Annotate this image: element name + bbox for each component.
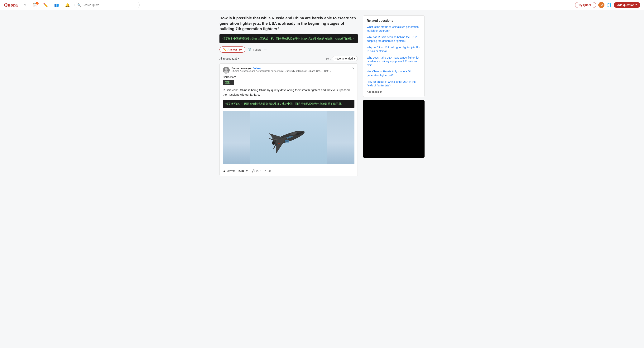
bell-icon[interactable]: 🔔 [64,2,72,8]
sidebar-column: Related questions What is the status of … [363,15,424,179]
author-name[interactable]: Rodra Hascaryo [232,67,251,70]
correction-tag: 更正： [223,80,234,85]
edit-icon[interactable]: ✏️ [42,2,50,8]
author-avatar [223,67,230,74]
add-related-question-link[interactable]: Add question [367,90,421,93]
related-questions-title: Related questions [367,19,421,22]
fighter-jet-image [223,110,354,164]
answer-count: 19 [239,48,242,51]
vote-bar: ▲ Upvote · 2.5K ▼ 💬 207 ↗ 20 ··· [223,167,354,173]
upvote-group[interactable]: ▲ Upvote · 2.5K ▼ [223,169,248,173]
main-container: How is it possible that while Russia and… [216,10,428,184]
header: Quora ⌂ 📋 1 ✏️ 👥 🔔 🔍 Try Quora+ RA 🌐 Add… [0,0,644,10]
user-avatar[interactable]: RA [598,2,604,8]
advertisement-box [363,100,424,158]
people-icon[interactable]: 👥 [52,2,60,8]
author-info: Rodra Hascaryo · Follow Studied Aerospac… [223,67,331,74]
answer-icon: ✏️ [223,48,226,51]
follow-icon: 📡 [248,48,252,51]
follow-question-button[interactable]: 📡 Follow [248,48,261,51]
sort-bar: All related (19) ▾ Sort Recommended ▾ [220,56,358,61]
author-name-row: Rodra Hascaryo · Follow [232,67,331,70]
comment-group[interactable]: 💬 207 [252,170,261,172]
answer-header: Rodra Hascaryo · Follow Studied Aerospac… [223,67,354,74]
upvote-count: 2.5K [238,170,244,172]
comment-count: 207 [256,170,261,172]
try-quora-button[interactable]: Try Quora+ [575,2,596,8]
question-chinese-translation: 俄罗斯和中国勉强能够制造出第五代战斗机，而美国却已经处于制造第七代战斗机的起步阶… [220,34,358,43]
answer-more-options[interactable]: ··· [352,169,354,172]
downvote-icon[interactable]: ▼ [246,169,248,173]
related-question-link-4[interactable]: Why doesn't the USA make a new fighter j… [367,56,421,67]
related-question-link-6[interactable]: How far ahead of China is the USA in the… [367,80,421,88]
content-column: How is it possible that while Russia and… [220,15,358,179]
follow-label: Follow [253,48,261,51]
answer-card: Rodra Hascaryo · Follow Studied Aerospac… [220,64,358,176]
answer-text: Russia can't. China is being China by qu… [223,88,354,97]
home-icon[interactable]: ⌂ [22,2,28,8]
svg-point-17 [278,143,280,144]
recommended-label: Recommended [334,57,353,60]
related-question-link-5[interactable]: Has China or Russia truly made a 5th gen… [367,70,421,77]
related-question-link-2[interactable]: Why has Russia been so behind the US in … [367,35,421,43]
share-count: 20 [268,170,271,172]
related-question-item: How far ahead of China is the USA in the… [367,80,421,88]
related-question-item: What is the status of China's 5th genera… [367,25,421,33]
chevron-down-icon: ▾ [238,57,239,60]
svg-point-1 [225,68,228,71]
svg-rect-15 [285,141,289,142]
related-question-item: Why doesn't the USA make a new fighter j… [367,56,421,67]
language-icon[interactable]: 🌐 [607,3,612,7]
upvote-icon: ▲ [223,169,226,173]
sort-group: Sort Recommended ▾ [326,56,358,61]
answer-button[interactable]: ✏️ Answer 19 [220,46,246,52]
answer-date: Oct 15 [324,70,331,72]
add-question-label: Add question [617,4,634,6]
upvote-label: Upvote [227,170,236,172]
related-question-link-3[interactable]: Why can't the USA build good fighter jet… [367,46,421,53]
comment-icon: 💬 [252,170,255,172]
close-button[interactable]: ✕ [352,67,354,70]
share-icon: ↗ [264,170,266,172]
search-icon: 🔍 [78,3,81,7]
credential-text: Studied Aerospace and Aeronautical Engin… [232,70,322,72]
related-question-item: Has China or Russia truly made a 5th gen… [367,70,421,77]
answer-chinese-translation: 俄罗斯不能。中国正在悄悄地发展隐形战斗机，成为中国，而且他们已经悄无声息地超越了… [223,100,354,108]
all-related-dropdown[interactable]: All related (19) ▾ [220,57,239,60]
search-bar: 🔍 [74,2,140,8]
fighter-jet-svg [250,110,327,164]
related-questions-box: Related questions What is the status of … [363,15,424,97]
author-credential: Studied Aerospace and Aeronautical Engin… [232,70,331,72]
correction-label: Correction: [223,76,354,78]
related-question-item: Why has Russia been so behind the US in … [367,35,421,43]
header-right: Try Quora+ RA 🌐 Add question ▾ [575,2,640,8]
all-related-label: All related (19) [220,57,237,60]
add-question-button[interactable]: Add question ▾ [614,2,640,8]
related-question-link-1[interactable]: What is the status of China's 5th genera… [367,25,421,33]
more-options-button[interactable]: ··· [264,48,267,52]
answer-label: Answer [228,48,237,51]
svg-rect-16 [285,142,289,142]
sort-dropdown[interactable]: Recommended ▾ [332,56,358,61]
share-group[interactable]: ↗ 20 [264,170,271,172]
sort-label: Sort [326,57,330,60]
notification-badge: 1 [36,2,38,4]
author-meta: Rodra Hascaryo · Follow Studied Aerospac… [232,67,331,72]
chevron-down-icon: ▾ [354,57,355,60]
search-input[interactable] [82,4,137,6]
svg-rect-14 [285,140,289,140]
answers-icon[interactable]: 📋 1 [31,2,38,8]
answer-actions-bar: ✏️ Answer 19 📡 Follow ··· [220,46,358,52]
author-follow-button[interactable]: Follow [253,67,261,70]
question-title: How is it possible that while Russia and… [220,15,358,32]
quora-logo[interactable]: Quora [4,2,18,8]
related-question-item: Why can't the USA build good fighter jet… [367,46,421,53]
chevron-down-icon: ▾ [636,4,637,6]
avatar-image [223,67,230,74]
